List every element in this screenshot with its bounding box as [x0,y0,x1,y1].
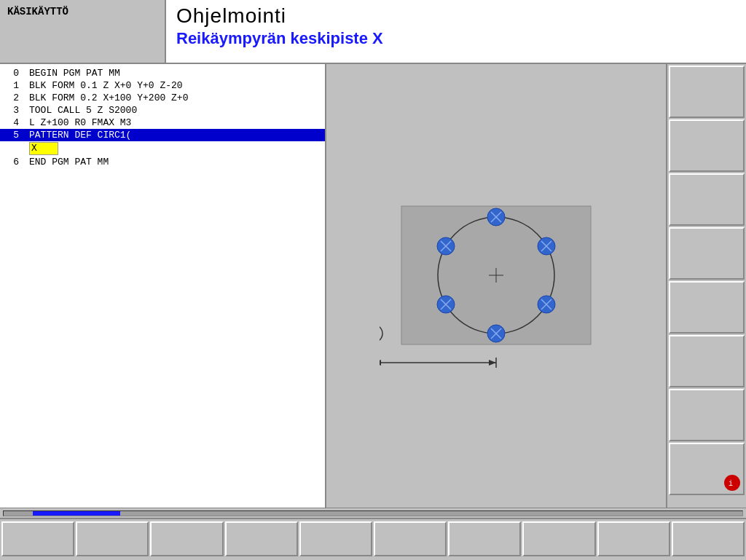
code-input-box[interactable]: X [29,142,58,155]
main-content: 0BEGIN PGM PAT MM1BLK FORM 0.1 Z X+0 Y+0… [0,64,746,508]
svg-marker-28 [489,360,496,366]
scrollbar-area [0,508,746,518]
sidebar-btn-6[interactable] [669,335,745,387]
sidebar-btn-2[interactable] [669,119,745,172]
code-line: 2BLK FORM 0.2 X+100 Y+200 Z+0 [0,92,325,104]
line-number: 5 [4,130,19,141]
code-line: 1BLK FORM 0.1 Z X+0 Y+0 Z-20 [0,79,325,92]
f1-button[interactable] [1,521,74,556]
bottom-toolbar [0,518,746,559]
line-number: 2 [4,92,19,103]
line-number: 1 [4,80,19,91]
code-line: 6END PGM PAT MM [0,156,325,168]
line-number: 6 [4,157,19,167]
header: KÄSIKÄYTTÖ Ohjelmointi Reikäympyrän kesk… [0,0,746,64]
scrollbar-thumb[interactable] [33,511,120,516]
f3-button[interactable] [150,521,223,556]
f8-button[interactable] [522,521,595,556]
scrollbar-track[interactable] [3,510,743,516]
sidebar-btn-1[interactable] [669,66,745,118]
svg-marker-27 [380,360,381,366]
line-text: BLK FORM 0.1 Z X+0 Y+0 Z-20 [29,80,183,91]
code-line: 5PATTERN DEF CIRC1( [0,129,325,141]
line-number: 4 [4,117,19,128]
code-line: 3TOOL CALL 5 Z S2000 [0,104,325,117]
line-text: END PGM PAT MM [29,157,109,167]
code-line: X [0,141,325,156]
svg-point-22 [380,325,382,342]
pattern-diagram [380,192,613,395]
f9-button[interactable] [597,521,670,556]
line-text: BLK FORM 0.2 X+100 Y+200 Z+0 [29,92,188,103]
f2-button[interactable] [76,521,149,556]
sidebar-btn-8[interactable]: i [669,443,745,495]
right-sidebar: i [666,64,746,508]
line-text: PATTERN DEF CIRC1( [29,130,131,141]
viz-panel [326,64,666,508]
sidebar-btn-5[interactable] [669,281,745,334]
f5-button[interactable] [299,521,372,556]
line-text: TOOL CALL 5 Z S2000 [29,105,137,116]
line-text: BEGIN PGM PAT MM [29,68,120,79]
code-panel: 0BEGIN PGM PAT MM1BLK FORM 0.1 Z X+0 Y+0… [0,64,326,508]
f7-button[interactable] [448,521,521,556]
sidebar-btn-4[interactable] [669,227,745,280]
header-left-label: KÄSIKÄYTTÖ [0,0,166,63]
code-line: 0BEGIN PGM PAT MM [0,67,325,79]
line-number: 3 [4,105,19,116]
f6-button[interactable] [374,521,447,556]
line-number: 0 [4,68,19,79]
page-title-sub: Reikäympyrän keskipiste X [176,29,736,48]
sidebar-btn-3[interactable] [669,173,745,226]
red-icon: i [724,475,740,491]
f4-button[interactable] [225,521,298,556]
svg-text:i: i [729,480,733,488]
code-line: 4L Z+100 R0 FMAX M3 [0,117,325,129]
line-text: L Z+100 R0 FMAX M3 [29,117,131,128]
f10-button[interactable] [672,521,745,556]
diagram-container [380,192,613,395]
mode-label: KÄSIKÄYTTÖ [7,6,68,17]
page-title-main: Ohjelmointi [176,4,736,28]
header-right: Ohjelmointi Reikäympyrän keskipiste X [166,0,746,63]
sidebar-btn-7[interactable] [669,389,745,441]
